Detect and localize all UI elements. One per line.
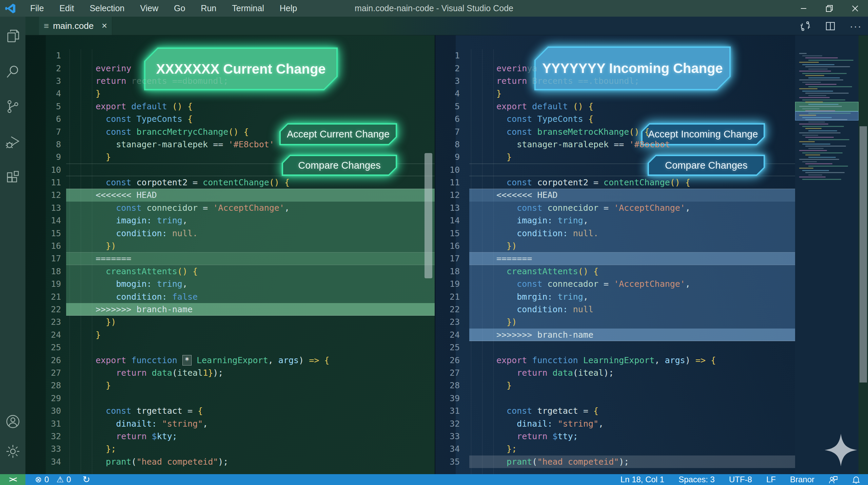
code-line-12[interactable]: 12<<<<<<< HEAD (25, 189, 435, 201)
status-eol[interactable]: LF (766, 475, 776, 484)
menu-selection[interactable]: Selection (82, 3, 132, 13)
code-line-25[interactable]: 25 (435, 341, 795, 354)
feedback-icon[interactable] (829, 475, 837, 484)
code-line-14[interactable]: 14 imagin: tring, (25, 214, 435, 227)
account-icon[interactable] (5, 414, 21, 429)
tab-main-code[interactable]: ≡ main.code × (39, 17, 112, 35)
code-line-34[interactable]: 34 }; (435, 443, 795, 455)
code-line-33[interactable]: 33 }; (25, 443, 435, 455)
status-cursor-position[interactable]: Ln 18, Col 1 (620, 475, 664, 484)
code-line-31[interactable]: 31 const trgetact = { (435, 405, 795, 417)
code-line-30[interactable]: 30 const trgettact = { (25, 405, 435, 417)
editor-pane-incoming[interactable]: 12everinya3return Brecents ==.tbouundl;4… (435, 35, 795, 474)
line-number: 2 (25, 63, 61, 73)
code-line-15[interactable]: 15 condition: null. (25, 227, 435, 239)
line-number: 18 (25, 266, 61, 276)
code-line-17[interactable]: 17======= (25, 252, 435, 265)
code-line-26[interactable]: 26export funcction LearningExport, args)… (435, 354, 795, 366)
code-line-32[interactable]: 32 return $kty; (25, 430, 435, 443)
line-number: 17 (25, 254, 61, 263)
menu-edit[interactable]: Edit (52, 3, 82, 13)
code-line-12[interactable]: 12<<<<<<< HEAD (435, 189, 795, 201)
compare-changes-current-button[interactable]: Compare Changes (282, 155, 397, 176)
sync-icon[interactable]: ↻ (82, 474, 90, 485)
code-line-22[interactable]: 22 condition: null (435, 303, 795, 316)
menu-go[interactable]: Go (166, 3, 193, 13)
left-editor-scrollbar[interactable] (425, 153, 432, 278)
code-line-33[interactable]: 33 return $tty; (435, 430, 795, 443)
code-text: const TypeConts { (460, 114, 593, 124)
menu-view[interactable]: View (132, 3, 166, 13)
code-line-28[interactable]: 28 } (435, 379, 795, 392)
code-line-24[interactable]: 24>>>>>>> branch-name (435, 329, 795, 341)
code-line-25[interactable]: 25 (25, 341, 435, 354)
close-tab-icon[interactable]: × (102, 20, 107, 31)
code-line-19[interactable]: 19 const connecador = 'AcceptChange', (435, 278, 795, 290)
code-line-11[interactable]: 11 const corpotent2 = contentChange() { (25, 176, 435, 189)
extensions-icon[interactable] (5, 169, 21, 185)
code-line-29[interactable]: 29 (25, 392, 435, 405)
restore-icon[interactable] (816, 0, 842, 17)
minimap[interactable] (795, 35, 859, 474)
status-indentation[interactable]: Spaces: 3 (678, 475, 715, 484)
settings-icon[interactable] (5, 444, 21, 459)
explorer-icon[interactable] (5, 28, 21, 44)
close-window-icon[interactable] (842, 0, 868, 17)
code-text: const connecidor = 'AcceptChange', (61, 203, 290, 213)
code-line-13[interactable]: 13 const connecidor = 'AcceptChange', (25, 202, 435, 214)
status-language-mode[interactable]: Branor (790, 475, 814, 484)
problems-indicator[interactable]: ⊗0 ⚠0 (35, 475, 71, 484)
editor-scrollbar[interactable] (859, 35, 868, 474)
accept-current-change-button[interactable]: Accept Current Change (279, 123, 397, 145)
more-actions-icon[interactable]: ··· (850, 20, 862, 32)
code-line-24[interactable]: 24} (25, 329, 435, 341)
code-line-18[interactable]: 18 creanstAttents() { (435, 265, 795, 278)
menu-help[interactable]: Help (272, 3, 305, 13)
code-line-23[interactable]: 23 }) (25, 316, 435, 328)
menu-run[interactable]: Run (193, 3, 224, 13)
menu-terminal[interactable]: Terminal (224, 3, 272, 13)
compare-changes-incoming-button[interactable]: Compare Changes (648, 155, 765, 176)
search-icon[interactable] (5, 63, 21, 79)
code-line-14[interactable]: 14 imagin: tring, (435, 214, 795, 227)
code-line-27[interactable]: 27 return data(iteal1}); (25, 367, 435, 379)
code-text: }) (61, 317, 116, 327)
code-line-39[interactable]: 39 (435, 392, 795, 405)
status-encoding[interactable]: UTF-8 (729, 475, 752, 484)
code-line-11[interactable]: 11 const corpotent2 = contentChange() { (435, 176, 795, 189)
run-debug-icon[interactable] (5, 134, 21, 150)
code-line-26[interactable]: 26export funcction * LearningExport, arg… (25, 354, 435, 366)
code-line-31[interactable]: 31 dinailt: "string", (25, 417, 435, 430)
split-editor-icon[interactable] (825, 20, 836, 32)
code-line-27[interactable]: 27 return data(iteal); (435, 367, 795, 379)
code-line-34[interactable]: 34 prant("head competeid"); (25, 455, 435, 468)
code-line-32[interactable]: 32 dinail: "string", (435, 417, 795, 430)
code-line-19[interactable]: 19 bmogin: tring, (25, 278, 435, 290)
notifications-bell-icon[interactable] (852, 475, 861, 484)
remote-indicator[interactable]: >< (0, 474, 25, 485)
code-line-15[interactable]: 15 condition: null. (435, 227, 795, 239)
code-line-28[interactable]: 28 } (25, 379, 435, 392)
minimap-line (802, 64, 834, 65)
code-line-21[interactable]: 21 condition: false (25, 290, 435, 303)
code-line-3[interactable]: 3return Brecents ==.tbouundl; (435, 75, 795, 87)
code-line-18[interactable]: 18 creanstAttents() { (25, 265, 435, 278)
code-line-13[interactable]: 13 const connecidor = 'AcceptChange', (435, 202, 795, 214)
code-line-17[interactable]: 17======= (435, 252, 795, 265)
code-line-22[interactable]: 22>>>>>>> branch-name (25, 303, 435, 316)
code-line-16[interactable]: 16 }) (435, 240, 795, 252)
minimize-icon[interactable] (791, 0, 816, 17)
code-text: }) (460, 317, 517, 327)
line-number: 15 (435, 228, 460, 238)
code-line-35[interactable]: 35 prant("head competeid"); (435, 455, 795, 468)
code-line-23[interactable]: 23 }) (435, 316, 795, 328)
scrollbar-thumb[interactable] (860, 126, 867, 383)
code-line-16[interactable]: 16 }) (25, 240, 435, 252)
compare-editors-icon[interactable] (800, 20, 811, 32)
code-line-5[interactable]: 5export default () { (25, 100, 435, 113)
source-control-icon[interactable] (5, 99, 21, 114)
editor-pane-current[interactable]: 12everiny3return recents ==dbomundl;4}5e… (25, 35, 435, 474)
code-line-21[interactable]: 21 bmrgin: tring, (435, 290, 795, 303)
menu-file[interactable]: File (22, 3, 52, 13)
code-line-5[interactable]: 5export default () { (435, 100, 795, 113)
